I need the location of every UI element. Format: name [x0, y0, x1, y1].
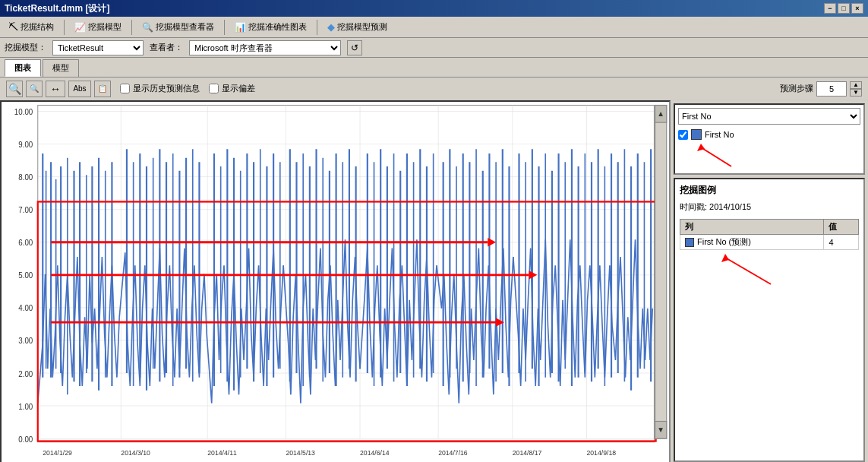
chart-panel: 10.00 9.00 8.00 7.00 6.00 5.00 4.00 3.00… — [0, 100, 671, 462]
toolbar-btn-structure[interactable]: ⛏ 挖掘结构 — [3, 19, 59, 35]
svg-text:2014/4/11: 2014/4/11 — [207, 448, 237, 456]
mining-example-box: 挖掘图例 时间戳: 2014/10/15 列 值 First No (预测) — [674, 178, 865, 462]
viewer-label: 查看者： — [150, 42, 183, 53]
chart-icon: 📊 — [235, 22, 246, 33]
title-bar: TicketResult.dmm [设计] − □ × — [0, 0, 868, 17]
svg-text:5.00: 5.00 — [18, 271, 33, 280]
minimize-button[interactable]: − — [824, 3, 836, 14]
svg-line-143 — [725, 258, 771, 284]
toolbar-sep-4 — [317, 20, 317, 35]
model-select[interactable]: TicketResult — [52, 40, 144, 55]
toolbar-model-label: 挖掘模型 — [88, 21, 122, 33]
zoom-out-button[interactable]: 🔍 — [26, 81, 43, 97]
mining-example-table: 列 值 First No (预测) 4 — [680, 219, 859, 250]
svg-text:2014/7/16: 2014/7/16 — [438, 448, 468, 456]
toolbar-structure-label: 挖掘结构 — [21, 21, 54, 33]
close-button[interactable]: × — [851, 3, 863, 14]
tab-model[interactable]: 模型 — [43, 59, 79, 77]
toolbar-btn-viewer[interactable]: 🔍 挖掘模型查看器 — [137, 19, 219, 35]
series-color-box — [691, 129, 702, 140]
toolbar-btn-predict[interactable]: ◆ 挖掘模型预测 — [322, 19, 393, 35]
svg-marker-144 — [721, 254, 729, 262]
show-deviation-text: 显示偏差 — [222, 83, 255, 94]
mining-table-col-cell: First No (预测) — [680, 235, 824, 250]
toolbar-viewer-label: 挖掘模型查看器 — [156, 21, 214, 33]
toolbar-accuracy-label: 挖掘准确性图表 — [248, 21, 307, 33]
toolbar-btn-accuracy[interactable]: 📊 挖掘准确性图表 — [229, 19, 312, 35]
zoom-in-button[interactable]: 🔍 — [6, 81, 23, 97]
show-history-checkbox[interactable] — [120, 84, 130, 93]
show-history-label[interactable]: 显示历史预测信息 — [120, 83, 200, 94]
mining-table-value-cell: 4 — [824, 235, 859, 250]
abs-label: Abs — [73, 84, 86, 93]
toolbar-btn-model[interactable]: 📈 挖掘模型 — [69, 19, 127, 35]
series-box: First No First No — [674, 103, 865, 175]
mining-table-column-value: First No (预测) — [697, 236, 751, 248]
copy-icon: 📋 — [98, 84, 107, 93]
pick-icon: ⛏ — [8, 21, 18, 33]
svg-text:2014/1/29: 2014/1/29 — [43, 448, 72, 456]
svg-text:1.00: 1.00 — [18, 402, 33, 410]
svg-text:▲: ▲ — [657, 109, 664, 118]
series-item: First No — [678, 129, 860, 140]
tab-chart[interactable]: 图表 — [5, 59, 41, 77]
row-color-indicator — [685, 238, 694, 247]
copy-button[interactable]: 📋 — [94, 81, 111, 97]
steps-down-button[interactable]: ▼ — [850, 89, 862, 97]
viewer-select[interactable]: Microsoft 时序查看器 — [189, 40, 341, 55]
svg-text:0.00: 0.00 — [18, 435, 33, 443]
svg-rect-136 — [655, 106, 667, 439]
tab-bar: 图表 模型 — [0, 58, 868, 78]
control-bar: 🔍 🔍 ↔ Abs 📋 显示历史预测信息 显示偏差 预测步骤 ▲ ▼ — [0, 78, 868, 100]
zoom-in-icon: 🔍 — [8, 83, 21, 95]
refresh-button[interactable]: ↺ — [347, 40, 362, 55]
right-panel: First No First No 挖掘图例 时间戳: 2014/10/15 — [671, 100, 868, 462]
svg-text:6.00: 6.00 — [18, 239, 33, 247]
toolbar-sep-1 — [64, 20, 65, 35]
mining-table-val-header: 值 — [824, 220, 859, 235]
show-deviation-checkbox[interactable] — [209, 84, 219, 93]
refresh-icon: ↺ — [351, 43, 358, 53]
title-bar-buttons: − □ × — [824, 3, 863, 14]
series-checkbox[interactable] — [678, 130, 688, 140]
steps-spinner: ▲ ▼ — [850, 81, 862, 97]
svg-text:7.00: 7.00 — [18, 206, 33, 214]
main-toolbar: ⛏ 挖掘结构 📈 挖掘模型 🔍 挖掘模型查看器 📊 挖掘准确性图表 ◆ 挖掘模型… — [0, 17, 868, 38]
annotation-arrow-2 — [680, 250, 794, 288]
steps-label-text: 预测步骤 — [780, 83, 813, 94]
svg-text:2014/8/17: 2014/8/17 — [513, 448, 542, 456]
abs-button[interactable]: Abs — [68, 81, 91, 97]
show-deviation-label[interactable]: 显示偏差 — [209, 83, 255, 94]
svg-text:▼: ▼ — [657, 426, 664, 434]
series-dropdown[interactable]: First No — [678, 108, 860, 125]
mining-table-col-header: 列 — [680, 220, 824, 235]
svg-text:2014/3/10: 2014/3/10 — [121, 448, 150, 456]
maximize-button[interactable]: □ — [838, 3, 850, 14]
steps-up-button[interactable]: ▲ — [850, 81, 862, 89]
zoom-reset-button[interactable]: ↔ — [46, 81, 65, 97]
chart-container: 10.00 9.00 8.00 7.00 6.00 5.00 4.00 3.00… — [2, 102, 669, 462]
mining-example-time: 时间戳: 2014/10/15 — [680, 201, 859, 213]
steps-input[interactable] — [816, 81, 847, 97]
svg-text:2014/5/13: 2014/5/13 — [286, 448, 315, 456]
svg-text:10.00: 10.00 — [14, 108, 33, 116]
mining-example-title: 挖掘图例 — [680, 184, 859, 197]
table-row: First No (预测) 4 — [680, 235, 859, 250]
svg-text:8.00: 8.00 — [18, 173, 33, 182]
model-bar: 挖掘模型： TicketResult 查看者： Microsoft 时序查看器 … — [0, 38, 868, 58]
show-history-text: 显示历史预测信息 — [133, 83, 200, 94]
svg-marker-142 — [697, 144, 705, 151]
steps-container: 预测步骤 ▲ ▼ — [780, 81, 862, 97]
svg-text:2014/9/18: 2014/9/18 — [586, 448, 616, 456]
zoom-controls: 🔍 🔍 ↔ Abs 📋 — [6, 81, 111, 97]
zoom-reset-icon: ↔ — [50, 83, 61, 95]
chart-svg: 10.00 9.00 8.00 7.00 6.00 5.00 4.00 3.00… — [2, 102, 669, 462]
toolbar-sep-2 — [131, 20, 132, 35]
toolbar-predict-label: 挖掘模型预测 — [337, 21, 387, 33]
series-item-label: First No — [705, 130, 734, 139]
view-icon: 🔍 — [142, 22, 153, 33]
window-title: TicketResult.dmm [设计] — [5, 2, 109, 15]
svg-text:4.00: 4.00 — [18, 304, 33, 312]
svg-text:2.00: 2.00 — [18, 369, 33, 378]
svg-text:3.00: 3.00 — [18, 337, 33, 345]
